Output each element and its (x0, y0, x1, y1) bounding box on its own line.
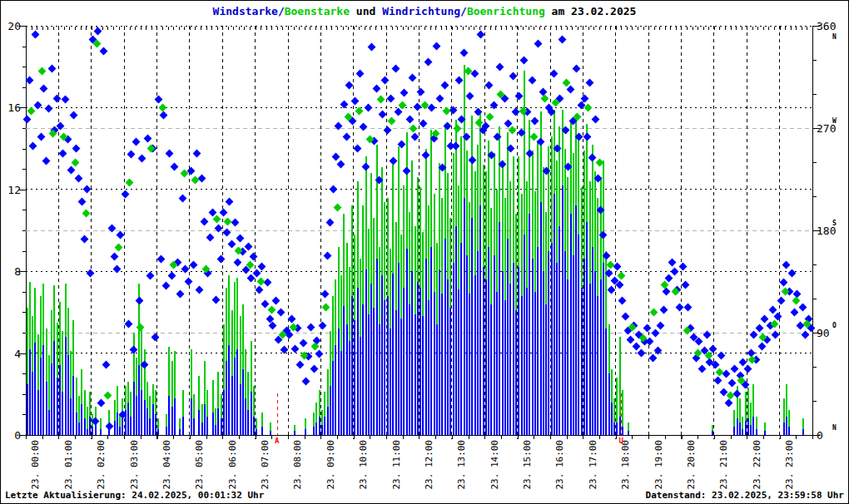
gust-dir-point (213, 215, 221, 223)
wind-dir-point (201, 217, 209, 225)
x-axis-tick-label: 23. 17:00 (588, 440, 598, 490)
wind-bar (575, 205, 577, 435)
wind-bar (305, 429, 306, 435)
compass-letter: N (832, 425, 837, 432)
wind-dir-point (156, 254, 165, 263)
wind-bar (212, 413, 214, 435)
hour-gridline (288, 26, 289, 439)
wind-dir-point (733, 390, 742, 398)
x-axis-tick-label: 23. 01:00 (63, 440, 73, 490)
wind-dir-point (32, 31, 40, 39)
wind-dir-point (277, 308, 285, 316)
wind-dir-point (362, 163, 370, 171)
x-axis-tick-label: 23. 03:00 (129, 440, 139, 490)
compass-letter: O (832, 323, 837, 329)
wind-bar (133, 382, 135, 435)
right-axis-tick-label: 0 (817, 430, 823, 441)
x-axis-tick-label: 23. 02:00 (97, 440, 107, 490)
wind-dir-point (233, 258, 241, 266)
hour-gridline (124, 26, 125, 439)
wind-dir-point (663, 288, 671, 296)
wind-dir-point (643, 324, 652, 333)
wind-bar (373, 308, 375, 435)
x-axis-tick-label: 23. 19:00 (653, 440, 663, 490)
wind-bar (319, 417, 320, 435)
wind-dir-point (684, 304, 693, 312)
wind-dir-point (416, 87, 424, 96)
gust-dir-point (224, 217, 232, 225)
wind-dir-point (708, 344, 717, 353)
wind-dir-point (151, 334, 160, 342)
wind-dir-point (777, 297, 785, 305)
gust-dir-point (103, 391, 112, 399)
wind-dir-point (725, 399, 733, 408)
wind-bar (570, 214, 572, 435)
wind-bar (430, 247, 432, 435)
wind-bar (182, 417, 184, 435)
wind-dir-point (165, 149, 173, 157)
wind-dir-point (627, 335, 635, 343)
wind-dir-point (359, 123, 367, 131)
wind-bar (62, 392, 63, 435)
wind-bar (245, 398, 246, 435)
wind-dir-point (586, 78, 594, 86)
wind-bar (251, 392, 252, 435)
wind-bar (215, 425, 216, 435)
wind-bar (464, 198, 465, 435)
wind-bar (392, 274, 394, 435)
wind-dir-point (263, 279, 271, 287)
wind-bar (81, 404, 82, 435)
wind-bar (524, 235, 525, 435)
wind-bar (228, 345, 230, 435)
wind-bar (543, 271, 544, 435)
gust-dir-point (322, 304, 330, 312)
wind-bar (370, 284, 372, 435)
wind-dir-point (143, 134, 151, 142)
wind-bar (343, 306, 345, 435)
gust-dir-point (410, 124, 418, 132)
wind-dir-point (722, 369, 731, 378)
wind-bar (788, 427, 790, 435)
left-axis-tick-label: 12 (1, 185, 21, 195)
wind-bar (89, 417, 91, 435)
wind-bar (37, 390, 39, 435)
wind-dir-point (484, 81, 493, 89)
wind-dir-point (490, 101, 499, 110)
wind-dir-point (337, 161, 345, 169)
wind-bar (67, 355, 69, 435)
x-axis-tick-label: 23. 06:00 (227, 440, 237, 490)
wind-dir-point (69, 111, 77, 120)
wind-bar (119, 427, 121, 435)
gust-dir-point (584, 103, 593, 111)
wind-dir-point (454, 77, 463, 85)
wind-bar (144, 400, 146, 435)
wind-bar (59, 365, 61, 435)
wind-bar (559, 226, 560, 435)
gust-dir-point (126, 179, 134, 187)
wind-dir-point (395, 108, 403, 116)
title-segment: Boenstarke (285, 5, 350, 17)
wind-bar (368, 314, 370, 435)
wind-bar (270, 431, 271, 435)
wind-bar (483, 267, 484, 435)
wind-bar (750, 425, 752, 435)
left-axis-major-ticks (19, 26, 26, 436)
wind-bar (441, 294, 443, 435)
gust-dir-point (399, 101, 407, 110)
wind-bar (242, 369, 244, 435)
bottom-axis-ticks (26, 436, 813, 439)
left-axis-tick-label: 20 (1, 21, 21, 32)
wind-bar (518, 267, 519, 435)
wind-dir-point (198, 174, 206, 182)
gust-dir-point (715, 368, 723, 377)
wind-bar (513, 263, 514, 435)
wind-bar (592, 247, 593, 435)
gust-dir-point (355, 107, 363, 116)
sun-marker-label: U (618, 437, 623, 445)
wind-bar (48, 410, 50, 435)
wind-bar (226, 361, 227, 435)
x-axis-tick-label: 23. 07:00 (261, 440, 271, 490)
wind-bar (554, 194, 555, 435)
wind-bar (583, 259, 585, 435)
wind-bar (204, 404, 206, 435)
